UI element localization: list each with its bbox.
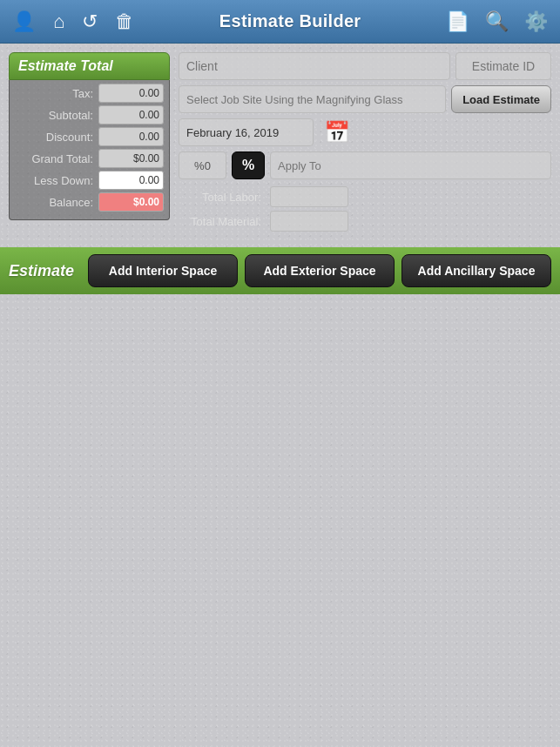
discount-percent-row: % (179, 151, 551, 179)
estimate-total-panel: Estimate Total Tax: Subtotal: Discount: … (9, 52, 170, 235)
job-site-input[interactable] (179, 85, 446, 113)
grand-total-label: Grand Total: (30, 152, 93, 165)
total-material-row: Total Material: (179, 211, 551, 232)
percent-button[interactable]: % (232, 151, 265, 179)
apply-to-input[interactable] (270, 151, 551, 179)
nav-icons-right: 📄 🔍 ⚙️ (446, 10, 548, 33)
add-exterior-space-button[interactable]: Add Exterior Space (245, 254, 395, 287)
discount-input[interactable] (98, 127, 164, 146)
less-down-label: Less Down: (30, 174, 93, 187)
nav-icons-left: 👤 ⌂ ↺ 🗑 (12, 10, 134, 33)
balance-row: Balance: (15, 192, 164, 212)
client-row (179, 52, 551, 80)
job-site-row: Load Estimate (179, 85, 551, 113)
grand-total-input[interactable] (98, 149, 164, 168)
client-input[interactable] (179, 52, 450, 80)
total-labor-row: Total Labor: (179, 186, 551, 207)
calendar-button[interactable]: 📅 (320, 118, 354, 146)
home-icon[interactable]: ⌂ (53, 10, 64, 33)
total-material-label: Total Material: (179, 215, 261, 228)
balance-input[interactable] (98, 192, 164, 212)
total-labor-input[interactable] (270, 186, 348, 207)
document-icon[interactable]: 📄 (446, 10, 469, 33)
estimate-section-title: Estimate (9, 262, 74, 280)
page-title: Estimate Builder (134, 11, 446, 31)
total-material-input[interactable] (270, 211, 348, 232)
refresh-icon[interactable]: ↺ (82, 10, 98, 33)
subtotal-input[interactable] (98, 105, 164, 124)
add-interior-space-button[interactable]: Add Interior Space (88, 254, 238, 287)
date-row: 📅 (179, 118, 551, 146)
less-down-row: Less Down: (15, 171, 164, 190)
estimate-id-input[interactable] (455, 52, 551, 80)
total-labor-label: Total Labor: (179, 191, 261, 204)
discount-value-input[interactable] (179, 151, 226, 179)
search-icon[interactable]: 🔍 (485, 10, 509, 33)
load-estimate-button[interactable]: Load Estimate (451, 85, 551, 113)
nav-bar: 👤 ⌂ ↺ 🗑 Estimate Builder 📄 🔍 ⚙️ (0, 0, 560, 44)
less-down-input[interactable] (98, 171, 164, 190)
person-icon[interactable]: 👤 (12, 10, 36, 33)
action-bar: Estimate Add Interior Space Add Exterior… (0, 247, 560, 294)
add-ancillary-space-button[interactable]: Add Ancillary Space (401, 254, 551, 287)
grand-total-row: Grand Total: (15, 149, 164, 168)
content-area (0, 294, 560, 747)
discount-row-left: Discount: (15, 127, 164, 146)
calendar-icon: 📅 (324, 120, 350, 145)
balance-label: Balance: (30, 196, 93, 209)
subtotal-label: Subtotal: (30, 109, 93, 122)
tax-row: Tax: (15, 84, 164, 103)
discount-label: Discount: (30, 131, 93, 144)
estimate-total-header: Estimate Total (9, 52, 170, 80)
settings-icon[interactable]: ⚙️ (524, 10, 548, 33)
trash-icon[interactable]: 🗑 (115, 10, 134, 33)
subtotal-row: Subtotal: (15, 105, 164, 124)
right-panel: Load Estimate 📅 % Total Labor: Total Mat… (179, 52, 551, 235)
main-content: Estimate Total Tax: Subtotal: Discount: … (0, 44, 560, 244)
estimate-total-rows: Tax: Subtotal: Discount: Grand Total: Le… (9, 80, 170, 220)
date-input[interactable] (179, 118, 314, 146)
tax-label: Tax: (30, 87, 93, 100)
tax-input[interactable] (98, 84, 164, 103)
